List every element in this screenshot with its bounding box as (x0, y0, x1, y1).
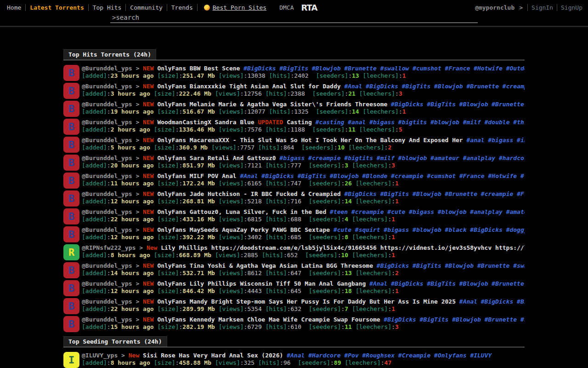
user-avatar[interactable]: B (63, 155, 79, 171)
promo-link[interactable]: Best Porn Sites (204, 4, 266, 11)
hashtag-link[interactable]: #Anal (344, 83, 362, 90)
hashtag-link[interactable]: #BigTits (517, 298, 525, 305)
username-link[interactable]: @Burunddel_yps (82, 137, 132, 144)
torrent-title[interactable]: OnlyFans Tina Yoshi & Agatha Vega Asian … (157, 262, 373, 269)
username-link[interactable]: @RIPNsfw222_yps (82, 244, 136, 251)
site-brand[interactable]: @mypornclub (475, 4, 514, 11)
hashtag-link[interactable]: #BigDicks (391, 101, 423, 108)
hashtag-link[interactable]: #milf (463, 119, 481, 126)
hashtag-link[interactable]: #swallow… (520, 316, 525, 323)
hashtag-link[interactable]: #Anal (369, 280, 387, 287)
torrent-title[interactable]: OnlyFans Bianxxxkie Tight Asian Anal Slu… (157, 83, 340, 90)
nav-item-top-hits[interactable]: Top Hits (89, 4, 126, 11)
hashtag-link[interactable]: #Hotwife (474, 65, 503, 72)
hashtag-link[interactable]: #squirt (355, 226, 380, 233)
hashtag-link[interactable]: #France (445, 65, 470, 72)
hashtag-link[interactable]: #hardcore (499, 155, 525, 161)
username-link[interactable]: @Burunddel_yps (82, 190, 132, 197)
user-avatar[interactable]: B (63, 65, 79, 81)
hashtag-link[interactable]: #Brunette (445, 190, 477, 197)
hashtag-link[interactable]: #blowjob (413, 226, 441, 233)
hashtag-link[interactable]: #casting (316, 119, 345, 126)
hashtag-link[interactable]: #Blowjob (330, 172, 359, 179)
hashtag-link[interactable]: #BigDicks (384, 316, 416, 323)
user-avatar[interactable]: B (63, 298, 79, 314)
hashtag-link[interactable]: #blowjob (398, 155, 427, 161)
hashtag-link[interactable]: #France (459, 172, 485, 179)
torrent-title[interactable]: OnlyFans Gattouz0, Luna Silver, Fuck in … (157, 208, 326, 215)
torrent-title[interactable]: Sisi Rose Has Very Hard Anal Sex (2026) (143, 352, 283, 359)
hashtag-link[interactable]: #BigTits (380, 190, 409, 197)
torrent-title[interactable]: OnlyFans Lily Phillips Wisconsin Tiff 50… (157, 280, 366, 287)
hashtag-link[interactable]: #Blowjob (413, 190, 441, 197)
hashtag-link[interactable]: #bigass (488, 137, 513, 144)
hashtag-link[interactable]: #BigTits (427, 101, 456, 108)
signup-link[interactable]: SignUp (561, 4, 582, 11)
hashtag-link[interactable]: #Blonde (362, 172, 388, 179)
hashtag-link[interactable]: #Brunette (344, 65, 376, 72)
nav-item-trends[interactable]: Trends (167, 4, 197, 11)
hashtag-link[interactable]: #teen (330, 208, 348, 215)
hashtag-link[interactable]: #bigass (409, 208, 434, 215)
torrent-title[interactable]: OnlyFans Jade Hutchison - IR BBC Fucked … (157, 190, 340, 197)
hashtag-link[interactable]: #creampie (481, 190, 513, 197)
username-link[interactable]: @Burunddel_yps (82, 172, 132, 179)
torrent-title[interactable]: OnlyFans Kennedy Marksen Chloe Mae Wife … (157, 316, 380, 323)
torrent-title[interactable]: Casting (287, 119, 312, 126)
hashtag-link[interactable]: #Blowjob (459, 101, 488, 108)
hashtag-link[interactable]: #cumshot (413, 65, 441, 72)
hashtag-link[interactable]: #swallow (513, 262, 525, 269)
hashtag-link[interactable]: #bigass (369, 119, 395, 126)
hashtag-link[interactable]: #blowjob (430, 119, 459, 126)
torrent-title[interactable]: Onlyfans Sara Retali And Gattouz0 (157, 155, 276, 161)
hashtag-link[interactable]: #Pov (344, 352, 358, 359)
hashtag-link[interactable]: #BigTits (298, 172, 327, 179)
user-avatar[interactable]: B (63, 190, 79, 207)
user-avatar[interactable]: B (63, 316, 79, 332)
user-avatar[interactable]: B (63, 280, 79, 296)
hashtag-link[interactable]: #analplay (470, 208, 502, 215)
hashtag-link[interactable]: #interrac… (517, 137, 525, 144)
hashtag-link[interactable]: #Roughsex (362, 352, 395, 359)
username-link[interactable]: @Burunddel_yps (82, 298, 132, 305)
torrent-title[interactable]: OnlyFans MacarenaXXX - This Slut Was So … (157, 137, 463, 144)
username-link[interactable]: @Burunddel_yps (82, 101, 132, 108)
hashtag-link[interactable]: #Brunette (467, 83, 499, 90)
username-link[interactable]: @Burunddel_yps (82, 226, 132, 233)
hashtag-link[interactable]: #Brunette (477, 262, 509, 269)
user-avatar[interactable]: B (63, 101, 79, 117)
hashtag-link[interactable]: #cute (387, 208, 405, 215)
torrent-title[interactable]: Lily Phillips https://doodstream.com/e/l… (161, 244, 525, 251)
hashtag-link[interactable]: #creampie (308, 155, 340, 161)
username-link[interactable]: @Burunddel_yps (82, 280, 132, 287)
hashtag-link[interactable]: #double (485, 119, 510, 126)
hashtag-link[interactable]: #BigDicks (481, 298, 513, 305)
hashtag-link[interactable]: #blowjob (438, 208, 467, 215)
hashtag-link[interactable]: #doggystyle (506, 226, 525, 233)
user-avatar[interactable]: B (63, 208, 79, 224)
hashtag-link[interactable]: #Creampie (398, 352, 430, 359)
hashtag-link[interactable]: #France (517, 190, 525, 197)
torrent-title[interactable]: OnlyFans Melanie Marie & Agatha Vega Sis… (157, 101, 387, 108)
hashtag-link[interactable]: #lingeri… (520, 172, 525, 179)
hashtag-link[interactable]: #Blowjob (312, 65, 341, 72)
hashtag-link[interactable]: #ILUVY (470, 352, 492, 359)
user-avatar[interactable]: I (63, 352, 79, 368)
hashtag-link[interactable]: #Hardcore (308, 352, 340, 359)
promo-label[interactable]: Best Porn Sites (213, 4, 266, 11)
hashtag-link[interactable]: #cute (334, 226, 351, 233)
signin-link[interactable]: SignIn (531, 4, 553, 11)
hashtag-link[interactable]: #amateur (506, 208, 525, 215)
hashtag-link[interactable]: #Brunette (492, 101, 524, 108)
hashtag-link[interactable]: #anal (348, 119, 366, 126)
hashtag-link[interactable]: #bigtits (344, 155, 373, 161)
hashtag-link[interactable]: #Blowjob (459, 280, 488, 287)
hashtag-link[interactable]: #Brunette (492, 280, 524, 287)
hashtag-link[interactable]: #creampie (391, 172, 423, 179)
hashtag-link[interactable]: #Onlyfans (434, 352, 466, 359)
hashtag-link[interactable]: #Anal (287, 352, 305, 359)
username-link[interactable]: @Burunddel_yps (82, 155, 132, 161)
dmca-link[interactable]: DMCA (279, 4, 294, 11)
hashtag-link[interactable]: #anal (466, 137, 484, 144)
hashtag-link[interactable]: #Blowjob (434, 83, 463, 90)
